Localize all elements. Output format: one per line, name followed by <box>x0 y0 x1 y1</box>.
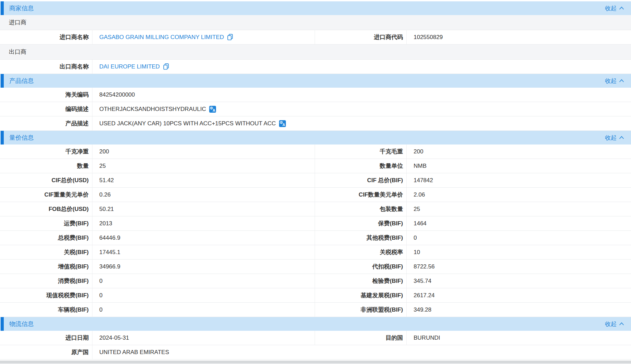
table-row: CIF总价(USD)51.42CIF 总价(BIF)147842 <box>0 173 631 188</box>
field-value-text: 2013 <box>99 220 112 227</box>
field-value-text: 0.26 <box>99 191 111 198</box>
section-accent-bar <box>1 131 4 145</box>
collapse-label: 收起 <box>605 134 617 142</box>
field-label-text: CIF重量美元单价 <box>45 191 89 199</box>
field-value-text: 84254200000 <box>99 91 135 98</box>
field-label: 运费(BIF) <box>0 216 92 230</box>
chevron-up-icon <box>619 7 624 10</box>
field-value-text: 2617.24 <box>414 292 434 299</box>
group-subheader: 进口商 <box>0 15 631 30</box>
collapse-button[interactable]: 收起 <box>605 134 624 142</box>
section-accent-bar <box>1 74 4 88</box>
field-value-text: 0 <box>99 292 102 299</box>
field-label: 数量单位 <box>315 159 407 173</box>
section-title: 产品信息 <box>9 77 34 85</box>
table-row: 出口商名称DAI EUROPE LIMITED <box>0 60 631 74</box>
group-subheader-label: 进口商 <box>9 18 26 26</box>
translate-icon[interactable]: A <box>279 120 286 127</box>
field-value-text: OTHERJACKSANDHOISTSHYDRAULIC <box>99 106 206 113</box>
field-label-text: 关税(BIF) <box>64 248 89 256</box>
field-value: 84254200000 <box>92 88 631 102</box>
collapse-label: 收起 <box>605 320 617 328</box>
field-label-text: 运费(BIF) <box>64 219 89 227</box>
field-label: 进口商名称 <box>0 30 92 44</box>
translate-icon[interactable]: A <box>209 106 216 113</box>
field-label: 目的国 <box>315 331 407 345</box>
field-label: CIF总价(USD) <box>0 173 92 187</box>
table-row: 车辆税(BIF)0非洲联盟税(BIF)349.28 <box>0 303 631 317</box>
field-value: NMB <box>407 159 631 173</box>
field-label-text: 车辆税(BIF) <box>58 306 89 314</box>
field-label: 检验费(BIF) <box>315 274 407 288</box>
field-label: 出口商名称 <box>0 60 92 74</box>
collapse-button[interactable]: 收起 <box>605 77 624 85</box>
field-value-text: 64446.9 <box>99 235 120 241</box>
field-value: USED JACK(ANY CAR) 10PCS WITH ACC+15PCS … <box>92 116 631 130</box>
field-label: CIF重量美元单价 <box>0 188 92 202</box>
table-row: 消费税(BIF)0检验费(BIF)345.74 <box>0 274 631 288</box>
field-value-text: 345.74 <box>414 278 431 285</box>
field-value-text: NMB <box>414 163 427 170</box>
field-label: 进口日期 <box>0 331 92 345</box>
table-row: 现值税税费(BIF)0基建发展税(BIF)2617.24 <box>0 288 631 303</box>
field-label-text: 编码描述 <box>65 105 89 113</box>
company-link[interactable]: DAI EUROPE LIMITED <box>99 63 160 70</box>
field-value: 10 <box>407 245 631 259</box>
field-value-text: 10 <box>414 249 420 256</box>
section-accent-bar <box>1 317 4 331</box>
field-label: 千克净重 <box>0 145 92 159</box>
field-label-text: 数量 <box>77 162 89 170</box>
table-row: FOB总价(USD)50.21包装数量25 <box>0 202 631 216</box>
field-value-text: 349.28 <box>414 306 431 313</box>
field-value: OTHERJACKSANDHOISTSHYDRAULICA <box>92 102 631 116</box>
field-label-text: FOB总价(USD) <box>49 205 89 213</box>
field-value: 349.28 <box>407 303 631 317</box>
field-label: 编码描述 <box>0 102 92 116</box>
field-label-text: 检验费(BIF) <box>372 277 403 285</box>
field-value-text: 0 <box>99 278 102 285</box>
field-label: 千克毛重 <box>315 145 407 159</box>
field-value: 17445.1 <box>92 245 315 259</box>
field-label: FOB总价(USD) <box>0 202 92 216</box>
field-label-text: 进口商代码 <box>374 33 403 41</box>
field-value-text: 0 <box>99 306 102 313</box>
field-label-text: 基建发展税(BIF) <box>361 291 403 299</box>
field-value-text: 200 <box>99 148 109 155</box>
field-value-text: 17445.1 <box>99 249 120 256</box>
field-label-text: 目的国 <box>386 334 403 342</box>
table-row: 原产国UNITED ARAB EMIRATES <box>0 345 631 360</box>
svg-text:A: A <box>213 108 215 112</box>
company-link[interactable]: GASABO GRAIN MILLING COMPANY LIMITED <box>99 34 224 41</box>
field-value: 2617.24 <box>407 288 631 302</box>
field-value: 50.21 <box>92 202 315 216</box>
collapse-button[interactable]: 收起 <box>605 4 624 12</box>
field-label-text: 保费(BIF) <box>378 219 403 227</box>
field-label: CIF数量美元单价 <box>315 188 407 202</box>
field-label-text: 产品描述 <box>65 120 89 127</box>
field-value: 102550829 <box>407 30 631 44</box>
field-value: UNITED ARAB EMIRATES <box>92 345 631 359</box>
field-label: 海关编码 <box>0 88 92 102</box>
field-value: 147842 <box>407 173 631 187</box>
field-label-text: 千克净重 <box>65 148 89 155</box>
collapse-button[interactable]: 收起 <box>605 320 624 328</box>
field-label: 总税费(BIF) <box>0 231 92 245</box>
copy-icon[interactable] <box>227 34 233 40</box>
field-value-text: 51.42 <box>99 177 114 184</box>
field-label: 保费(BIF) <box>315 216 407 230</box>
group-subheader-label: 出口商 <box>9 48 26 56</box>
field-label-text: 原产国 <box>71 348 89 356</box>
collapse-label: 收起 <box>605 77 617 85</box>
table-row: 进口日期2024-05-31目的国BURUNDI <box>0 331 631 345</box>
field-value-text: 25 <box>99 163 106 170</box>
section-title: 量价信息 <box>9 134 34 142</box>
copy-icon[interactable] <box>163 63 169 70</box>
svg-text:A: A <box>282 123 285 127</box>
collapse-label: 收起 <box>605 4 617 12</box>
field-value-text: 102550829 <box>414 34 443 41</box>
section-header-merchant-info: 商家信息收起 <box>0 1 631 15</box>
field-label: 基建发展税(BIF) <box>315 288 407 302</box>
field-value: 34966.9 <box>92 260 315 274</box>
field-label: 关税税率 <box>315 245 407 259</box>
field-value: 2013 <box>92 216 315 230</box>
